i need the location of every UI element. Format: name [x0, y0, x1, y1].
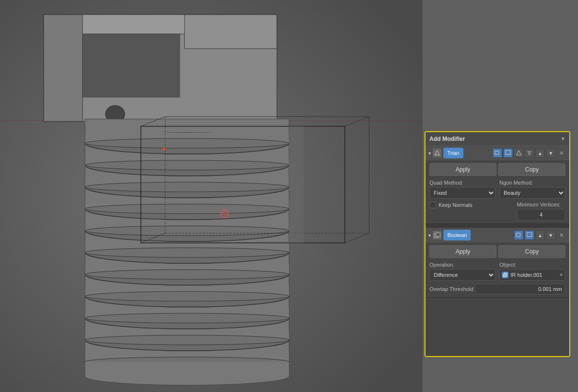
overlap-threshold-row: Overlap Threshold 0.001 mm	[429, 284, 565, 294]
ngon-method-select[interactable]: Beauty Clip	[499, 187, 565, 199]
svg-rect-78	[503, 274, 506, 277]
svg-rect-73	[436, 233, 440, 237]
svg-rect-77	[527, 236, 532, 237]
keep-normals-row: Keep Normals	[429, 202, 473, 208]
boolean-apply-copy-row: Apply Copy	[429, 245, 565, 258]
svg-rect-5	[185, 15, 277, 49]
keep-normals-label: Keep Normals	[439, 202, 473, 208]
add-modifier-arrow[interactable]: ▼	[561, 136, 565, 141]
keep-normals-checkbox[interactable]	[429, 202, 436, 208]
boolean-modifier-controls: ▲ ▼ ×	[514, 230, 566, 240]
svg-rect-64	[495, 151, 499, 154]
svg-point-14	[85, 160, 289, 170]
quad-method-select[interactable]: Fixed Alternate Shortest Diagonal Longes…	[429, 187, 495, 199]
svg-point-20	[85, 204, 289, 214]
svg-point-23	[85, 226, 289, 236]
modifier-separator	[425, 224, 569, 228]
svg-rect-65	[496, 151, 498, 152]
add-modifier-header[interactable]: Add Modifier ▼	[425, 132, 569, 146]
boolean-modifier: ▾ Boolean	[425, 228, 569, 298]
svg-rect-61	[289, 126, 304, 243]
boolean-render-button[interactable]	[514, 230, 524, 240]
trian-move-down-button[interactable]: ▼	[546, 148, 556, 158]
ngon-method-label: Ngon Method:	[499, 180, 565, 186]
trian-copy-button[interactable]: Copy	[498, 163, 565, 176]
panel-bottom-spacer	[425, 298, 569, 356]
operation-label: Operation:	[429, 262, 495, 268]
svg-point-26	[85, 248, 289, 257]
minimum-vertices-input[interactable]	[517, 209, 565, 221]
svg-point-29	[85, 270, 289, 279]
minimum-vertices-label: Minimum Vertices:	[517, 202, 565, 207]
boolean-close-button[interactable]: ×	[557, 230, 566, 240]
trian-name-button[interactable]: Trian	[443, 148, 463, 158]
boolean-fields-row: Operation: Difference Union Intersect Ob…	[429, 262, 565, 281]
boolean-modifier-icon	[433, 231, 442, 239]
trian-apply-copy-row: Apply Copy	[429, 163, 565, 176]
trian-viewport-button[interactable]	[503, 148, 513, 158]
svg-point-53	[163, 148, 166, 151]
min-vertices-group: Minimum Vertices:	[517, 202, 565, 221]
add-modifier-title: Add Modifier	[429, 136, 465, 142]
object-field[interactable]: IR holder.001 ×	[499, 269, 565, 281]
overlap-threshold-value[interactable]: 0.001 mm	[475, 284, 565, 294]
trian-apply-button[interactable]: Apply	[429, 163, 496, 176]
boolean-viewport-button[interactable]	[525, 230, 534, 240]
svg-rect-76	[527, 233, 532, 237]
trian-collapse-arrow[interactable]: ▾	[428, 151, 431, 156]
svg-point-32	[85, 291, 289, 301]
boolean-collapse-arrow[interactable]: ▾	[428, 233, 431, 238]
svg-marker-62	[435, 151, 440, 155]
trian-method-row: Quad Method: Fixed Alternate Shortest Di…	[429, 180, 565, 199]
boolean-apply-button[interactable]: Apply	[429, 245, 496, 258]
quad-method-label: Quad Method:	[429, 180, 495, 186]
svg-rect-66	[506, 151, 510, 154]
object-clear-button[interactable]: ×	[560, 272, 563, 278]
svg-rect-4	[44, 15, 83, 121]
svg-point-35	[85, 313, 289, 323]
svg-rect-74	[516, 233, 520, 237]
object-label: Object:	[499, 262, 565, 268]
svg-point-38	[85, 335, 289, 345]
svg-marker-68	[516, 151, 521, 155]
operation-select[interactable]: Difference Union Intersect	[429, 269, 495, 281]
svg-rect-79	[504, 273, 507, 276]
operation-group: Operation: Difference Union Intersect	[429, 262, 495, 281]
object-group: Object: IR holder.001 ×	[499, 262, 565, 281]
svg-point-17	[85, 182, 289, 192]
svg-rect-6	[83, 34, 180, 97]
trian-modifier-header: ▾ Trian	[425, 146, 569, 160]
boolean-move-down-button[interactable]: ▼	[546, 230, 556, 240]
quad-method-group: Quad Method: Fixed Alternate Shortest Di…	[429, 180, 495, 199]
trian-edit-button[interactable]	[514, 148, 524, 158]
boolean-name-button[interactable]: Boolean	[443, 230, 471, 240]
boolean-copy-button[interactable]: Copy	[498, 245, 565, 258]
svg-rect-67	[506, 154, 510, 155]
trian-move-up-button[interactable]: ▲	[535, 148, 545, 158]
trian-filter-button[interactable]	[525, 148, 534, 158]
boolean-modifier-header: ▾ Boolean	[425, 228, 569, 242]
object-name: IR holder.001	[510, 272, 558, 278]
svg-point-11	[85, 138, 289, 148]
ngon-method-group: Ngon Method: Beauty Clip	[499, 180, 565, 199]
object-field-icon	[502, 272, 509, 278]
boolean-move-up-button[interactable]: ▲	[535, 230, 545, 240]
trian-modifier-controls: ▲ ▼ ×	[493, 148, 566, 158]
trian-render-button[interactable]	[493, 148, 502, 158]
modifier-panel: Add Modifier ▼ ▾ Trian	[425, 131, 570, 357]
boolean-modifier-body: Apply Copy Operation: Difference Union I…	[425, 242, 569, 297]
svg-rect-75	[517, 233, 519, 234]
trian-modifier: ▾ Trian	[425, 146, 569, 224]
trian-modifier-body: Apply Copy Quad Method: Fixed Alternate …	[425, 160, 569, 223]
svg-rect-43	[85, 362, 289, 376]
trian-close-button[interactable]: ×	[557, 148, 566, 158]
trian-modifier-icon	[433, 149, 442, 157]
overlap-threshold-label: Overlap Threshold	[429, 286, 473, 292]
